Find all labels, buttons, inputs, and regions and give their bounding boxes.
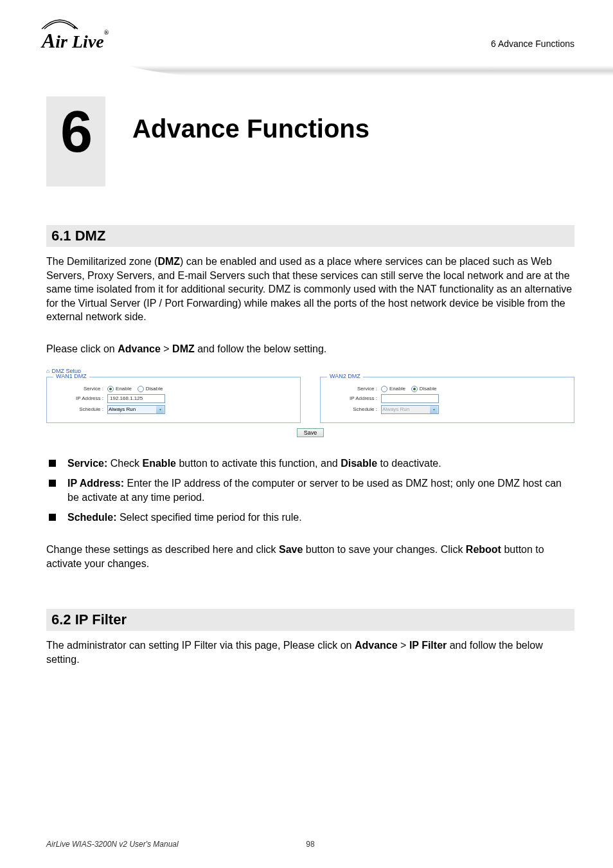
save-button[interactable]: Save bbox=[297, 428, 324, 437]
square-bullet-icon bbox=[49, 514, 56, 521]
bullet-service: Service: Check Enable button to activate… bbox=[49, 457, 574, 471]
wan1-schedule-label: Schedule : bbox=[58, 406, 103, 412]
section-heading-dmz: 6.1 DMZ bbox=[46, 225, 574, 247]
square-bullet-icon bbox=[49, 480, 56, 487]
bullet-schedule: Schedule: Select specified time period f… bbox=[49, 511, 574, 525]
wan1-enable-radio[interactable] bbox=[107, 386, 114, 392]
wan2-schedule-label: Schedule : bbox=[332, 406, 377, 412]
chapter-heading: 6 Advance Functions bbox=[46, 96, 574, 186]
wan2-disable-radio[interactable] bbox=[411, 386, 418, 392]
header-swoosh-icon bbox=[116, 58, 613, 84]
wan1-ip-input[interactable]: 192.168.1.125 bbox=[107, 394, 165, 403]
chapter-title: Advance Functions bbox=[132, 114, 369, 143]
home-icon: ⌂ bbox=[46, 368, 49, 374]
ip-filter-paragraph: The administrator can setting IP Filter … bbox=[46, 638, 574, 666]
wan1-service-label: Service : bbox=[58, 386, 103, 392]
dmz-nav-paragraph: Please click on Advance > DMZ and follow… bbox=[46, 342, 574, 356]
wan2-dmz-fieldset: WAN2 DMZ Service : Enable Disable IP Add… bbox=[320, 377, 574, 423]
header-section-label: 6 Advance Functions bbox=[491, 39, 574, 49]
wan1-schedule-select[interactable]: Always Run▾ bbox=[107, 405, 165, 414]
wan1-legend: WAN1 DMZ bbox=[53, 373, 89, 379]
wan2-ip-label: IP Address : bbox=[332, 395, 377, 401]
wan1-dmz-fieldset: WAN1 DMZ Service : Enable Disable IP Add… bbox=[46, 377, 301, 423]
dmz-intro-paragraph: The Demilitarized zone (DMZ) can be enab… bbox=[46, 255, 574, 324]
wan2-legend: WAN2 DMZ bbox=[327, 373, 363, 379]
wan2-ip-input[interactable] bbox=[381, 394, 439, 403]
wan1-disable-radio[interactable] bbox=[138, 386, 144, 392]
breadcrumb: ⌂DMZ Setup bbox=[46, 368, 574, 374]
chevron-down-icon: ▾ bbox=[156, 406, 164, 413]
save-reboot-paragraph: Change these settings as described here … bbox=[46, 543, 574, 570]
page-footer: AirLive WIAS-3200N v2 User's Manual 98 bbox=[46, 840, 574, 849]
footer-manual-title: AirLive WIAS-3200N v2 User's Manual bbox=[46, 840, 179, 849]
footer-page-number: 98 bbox=[306, 840, 314, 849]
logo-text: Air Live® bbox=[42, 29, 109, 53]
bullet-ip-address: IP Address: Enter the IP address of the … bbox=[49, 476, 574, 504]
wan2-enable-radio[interactable] bbox=[381, 386, 387, 392]
wan2-schedule-select[interactable]: Always Run▾ bbox=[381, 405, 439, 414]
wan2-service-label: Service : bbox=[332, 386, 377, 392]
section-heading-ip-filter: 6.2 IP Filter bbox=[46, 609, 574, 631]
dmz-setup-screenshot: ⌂DMZ Setup WAN1 DMZ Service : Enable Dis… bbox=[46, 368, 574, 437]
logo-arc-icon bbox=[40, 16, 79, 30]
page-header: Air Live® 6 Advance Functions bbox=[0, 0, 613, 77]
square-bullet-icon bbox=[49, 460, 56, 467]
chevron-down-icon: ▾ bbox=[430, 406, 438, 413]
wan1-ip-label: IP Address : bbox=[58, 395, 103, 401]
chapter-number: 6 bbox=[60, 103, 93, 161]
